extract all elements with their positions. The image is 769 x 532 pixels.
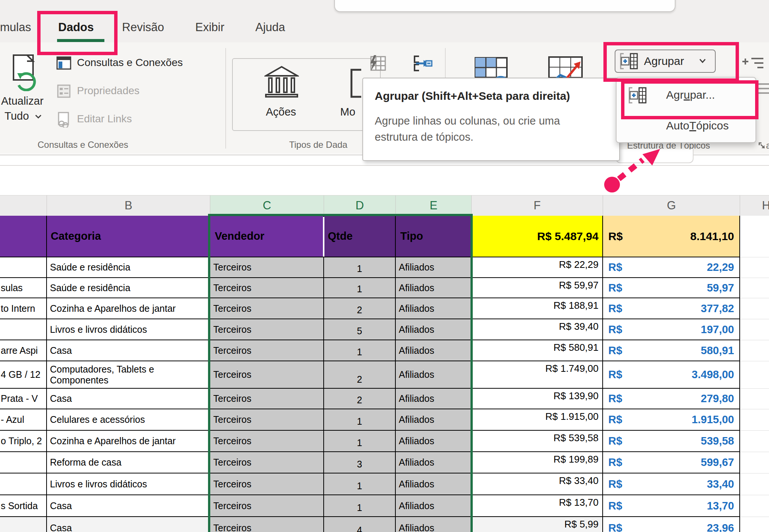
cell-tipo-row13[interactable]: Afiliados <box>396 517 472 532</box>
cell-a-row10[interactable] <box>0 452 47 473</box>
cell-h-row4[interactable] <box>740 319 769 340</box>
cell-A1-partial[interactable] <box>0 216 47 257</box>
cell-a-row1[interactable] <box>0 257 47 278</box>
cell-total-row6[interactable]: R$3.498,00 <box>603 361 740 389</box>
cell-tipo-row9[interactable]: Afiliados <box>396 431 472 452</box>
cell-categoria-row8[interactable]: Celulares e acessórios <box>47 409 210 431</box>
cell-tipo-row8[interactable]: Afiliados <box>396 409 472 431</box>
tab-ajuda[interactable]: Ajuda <box>255 21 285 34</box>
column-header-A-partial[interactable] <box>0 195 47 216</box>
cell-total-row13[interactable]: R$23,96 <box>603 517 740 532</box>
cell-total-row12[interactable]: R$13,70 <box>603 495 740 517</box>
consultas-conexoes-button[interactable]: Consultas e Conexões <box>56 56 214 71</box>
cell-valor-row12[interactable]: R$ 13,70 <box>472 495 603 517</box>
cell-categoria-row6[interactable]: Computadores, Tablets e Componentes <box>47 361 210 389</box>
cell-qtde-header[interactable]: Qtde <box>324 216 396 257</box>
cell-valor-row2[interactable]: R$ 59,97 <box>472 278 603 298</box>
cell-categoria-row12[interactable]: Casa <box>47 495 210 517</box>
cell-valor-row4[interactable]: R$ 39,40 <box>472 319 603 340</box>
cell-categoria-row13[interactable]: Casa <box>47 517 210 532</box>
cell-a-row12[interactable]: s Sortida <box>0 495 47 517</box>
cell-h-row12[interactable] <box>740 495 769 517</box>
cell-total-row4[interactable]: R$197,00 <box>603 319 740 340</box>
cell-a-row8[interactable]: - Azul <box>0 409 47 431</box>
cell-vendedor-row8[interactable]: Terceiros <box>210 409 324 431</box>
cell-total-row1[interactable]: R$22,29 <box>603 257 740 278</box>
cell-valor-row6[interactable]: R$ 1.749,00 <box>472 361 603 389</box>
whatif-analysis-button[interactable] <box>474 56 508 78</box>
column-header-F[interactable]: F <box>472 195 603 216</box>
column-header-C[interactable]: C <box>210 195 324 216</box>
cell-tipo-row11[interactable]: Afiliados <box>396 473 472 495</box>
cell-vendedor-header[interactable]: Vendedor <box>210 216 324 257</box>
column-header-G[interactable]: G <box>603 195 740 216</box>
cell-total-row11[interactable]: R$33,40 <box>603 473 740 495</box>
tab-exibir[interactable]: Exibir <box>195 21 225 34</box>
atualizar-tudo-button[interactable]: Atualizar Tudo <box>0 51 53 129</box>
cell-qtde-row6[interactable]: 2 <box>324 361 396 389</box>
cell-a-row3[interactable]: to Intern <box>0 298 47 319</box>
acoes-button[interactable]: Ações <box>259 64 304 124</box>
propriedades-button[interactable]: Propriedades <box>56 84 169 99</box>
cell-categoria-row10[interactable]: Reforma de casa <box>47 452 210 473</box>
cell-tipo-row1[interactable]: Afiliados <box>396 257 472 278</box>
cell-h-row6[interactable] <box>740 361 769 389</box>
tab-revisao[interactable]: Revisão <box>122 21 164 34</box>
cell-vendedor-row6[interactable]: Terceiros <box>210 361 324 389</box>
cell-tipo-row6[interactable]: Afiliados <box>396 361 472 389</box>
cell-vendedor-row11[interactable]: Terceiros <box>210 473 324 495</box>
cell-a-row2[interactable]: sulas <box>0 278 47 298</box>
cell-g-total-header[interactable]: R$8.141,10 <box>603 216 740 257</box>
cell-qtde-row10[interactable]: 3 <box>324 452 396 473</box>
cell-total-row3[interactable]: R$377,82 <box>603 298 740 319</box>
cell-h-header[interactable] <box>740 216 769 257</box>
cell-valor-row13[interactable]: R$ 5,99 <box>472 517 603 532</box>
cell-categoria-row2[interactable]: Saúde e residência <box>47 278 210 298</box>
cell-h-row1[interactable] <box>740 257 769 278</box>
cell-qtde-row5[interactable]: 1 <box>324 340 396 361</box>
cell-tipo-header[interactable]: Tipo <box>396 216 472 257</box>
cell-vendedor-row3[interactable]: Terceiros <box>210 298 324 319</box>
cell-vendedor-row5[interactable]: Terceiros <box>210 340 324 361</box>
cell-total-row5[interactable]: R$580,91 <box>603 340 740 361</box>
chevron-down-icon[interactable] <box>697 58 708 65</box>
cell-valor-row11[interactable]: R$ 33,40 <box>472 473 603 495</box>
cell-vendedor-row4[interactable]: Terceiros <box>210 319 324 340</box>
cell-total-row8[interactable]: R$1.915,00 <box>603 409 740 431</box>
cell-h-row2[interactable] <box>740 278 769 298</box>
cell-h-row9[interactable] <box>740 431 769 452</box>
cell-tipo-row2[interactable]: Afiliados <box>396 278 472 298</box>
cell-total-row7[interactable]: R$279,80 <box>603 389 740 409</box>
cell-qtde-row7[interactable]: 2 <box>324 389 396 409</box>
cell-categoria-row5[interactable]: Casa <box>47 340 210 361</box>
cell-a-row7[interactable]: Prata - V <box>0 389 47 409</box>
cell-valor-row7[interactable]: R$ 139,90 <box>472 389 603 409</box>
cell-h-row5[interactable] <box>740 340 769 361</box>
outline-levels-button[interactable] <box>742 56 769 71</box>
cell-a-row4[interactable] <box>0 319 47 340</box>
cell-total-row9[interactable]: R$539,58 <box>603 431 740 452</box>
cell-tipo-row5[interactable]: Afiliados <box>396 340 472 361</box>
cell-f-total-header[interactable]: R$ 5.487,94 <box>472 216 603 257</box>
column-header-D[interactable]: D <box>324 195 396 216</box>
cell-a-row5[interactable]: arre Aspi <box>0 340 47 361</box>
column-header-H[interactable]: H <box>740 195 769 216</box>
cell-total-row10[interactable]: R$599,67 <box>603 452 740 473</box>
cell-valor-row3[interactable]: R$ 188,91 <box>472 298 603 319</box>
menu-item-agrupar[interactable]: Agrupar... <box>629 86 745 105</box>
cell-tipo-row3[interactable]: Afiliados <box>396 298 472 319</box>
cell-h-row3[interactable] <box>740 298 769 319</box>
cell-qtde-row8[interactable]: 1 <box>324 409 396 431</box>
cell-vendedor-row10[interactable]: Terceiros <box>210 452 324 473</box>
menu-item-autotopicos[interactable]: AutoTópicos <box>629 117 745 136</box>
cell-tipo-row12[interactable]: Afiliados <box>396 495 472 517</box>
column-header-E[interactable]: E <box>396 195 472 216</box>
cell-valor-row10[interactable]: R$ 199,89 <box>472 452 603 473</box>
cell-qtde-row12[interactable]: 1 <box>324 495 396 517</box>
cell-categoria-row4[interactable]: Livros e livros didáticos <box>47 319 210 340</box>
cell-tipo-row4[interactable]: Afiliados <box>396 319 472 340</box>
agrupar-button[interactable]: Agrupar <box>615 50 716 73</box>
cell-a-row9[interactable]: o Triplo, 2 <box>0 431 47 452</box>
cell-vendedor-row7[interactable]: Terceiros <box>210 389 324 409</box>
cell-tipo-row10[interactable]: Afiliados <box>396 452 472 473</box>
